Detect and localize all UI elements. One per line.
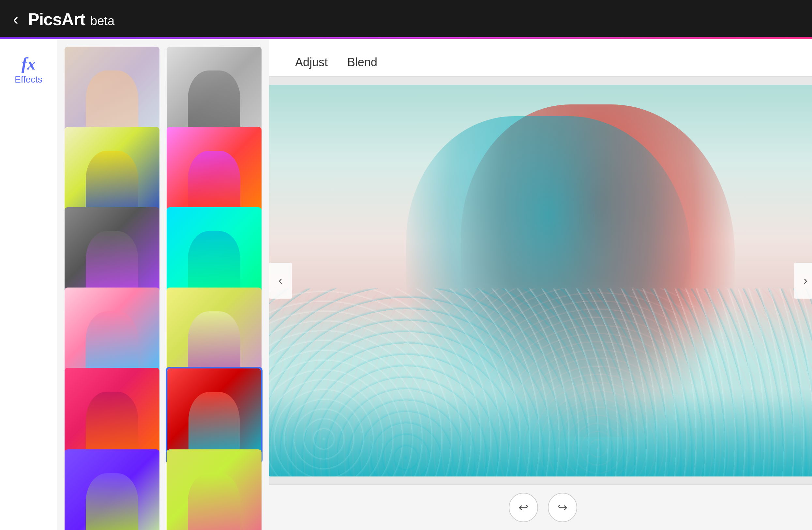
bottom-toolbar: ↩ ↪	[269, 484, 812, 530]
right-panel: Adjust Blend ‹ ›	[269, 39, 812, 530]
effect-thumb-lime-pink[interactable]	[166, 448, 262, 530]
effects-label: Effects	[15, 74, 42, 85]
undo-button[interactable]: ↩	[509, 493, 538, 522]
logo-text: PicsArt	[28, 10, 85, 29]
effect-thumb-purple-lime[interactable]	[63, 448, 160, 530]
logo-beta: beta	[90, 14, 114, 28]
tab-adjust[interactable]: Adjust	[285, 49, 337, 77]
preview-area: ‹ ›	[269, 77, 812, 484]
sidebar-item-effects[interactable]: fx Effects	[11, 52, 46, 88]
prev-arrow[interactable]: ‹	[269, 263, 292, 298]
next-arrow[interactable]: ›	[794, 263, 812, 298]
back-button[interactable]: ‹	[13, 11, 18, 27]
preview-image	[269, 85, 812, 476]
redo-button[interactable]: ↪	[548, 493, 577, 522]
fx-icon: fx	[21, 55, 35, 72]
tab-bar: Adjust Blend	[269, 39, 812, 77]
tab-blend[interactable]: Blend	[337, 49, 387, 77]
header: ‹ PicsArt beta	[0, 0, 812, 39]
main-area: fx Effects	[0, 39, 812, 530]
logo: PicsArt beta	[28, 10, 114, 29]
sidebar: fx Effects	[0, 39, 57, 530]
effects-panel	[57, 39, 269, 530]
